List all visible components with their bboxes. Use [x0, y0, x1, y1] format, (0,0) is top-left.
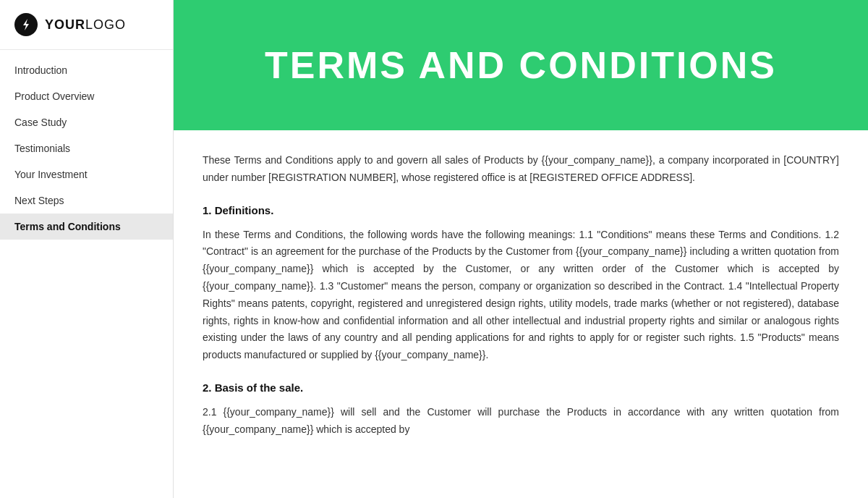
sidebar-item-your-investment[interactable]: Your Investment — [0, 161, 173, 187]
section1-body: In these Terms and Conditions, the follo… — [203, 227, 839, 364]
svg-marker-0 — [23, 19, 29, 30]
section2-heading: 2. Basis of the sale. — [203, 381, 839, 394]
sidebar-item-terms-and-conditions[interactable]: Terms and Conditions — [0, 214, 173, 240]
nav-list: IntroductionProduct OverviewCase StudyTe… — [0, 50, 173, 498]
sidebar-item-testimonials[interactable]: Testimonials — [0, 135, 173, 161]
content-area: These Terms and Conditions apply to and … — [174, 130, 868, 498]
section2-body: 2.1 {{your_company_name}} will sell and … — [203, 404, 839, 439]
sidebar-item-next-steps[interactable]: Next Steps — [0, 187, 173, 214]
intro-paragraph: These Terms and Conditions apply to and … — [203, 152, 839, 187]
logo-area: YOURLOGO — [0, 0, 173, 50]
sidebar-item-product-overview[interactable]: Product Overview — [0, 83, 173, 109]
sidebar-item-case-study[interactable]: Case Study — [0, 109, 173, 135]
page-title: TERMS AND CONDITIONS — [265, 43, 777, 87]
lightning-bolt-icon — [14, 13, 38, 36]
sidebar-item-introduction[interactable]: Introduction — [0, 57, 173, 83]
sidebar: YOURLOGO IntroductionProduct OverviewCas… — [0, 0, 174, 498]
main-content: TERMS AND CONDITIONS These Terms and Con… — [174, 0, 868, 498]
section1-heading: 1. Definitions. — [203, 204, 839, 216]
hero-banner: TERMS AND CONDITIONS — [174, 0, 868, 130]
logo-text: YOURLOGO — [45, 17, 126, 33]
